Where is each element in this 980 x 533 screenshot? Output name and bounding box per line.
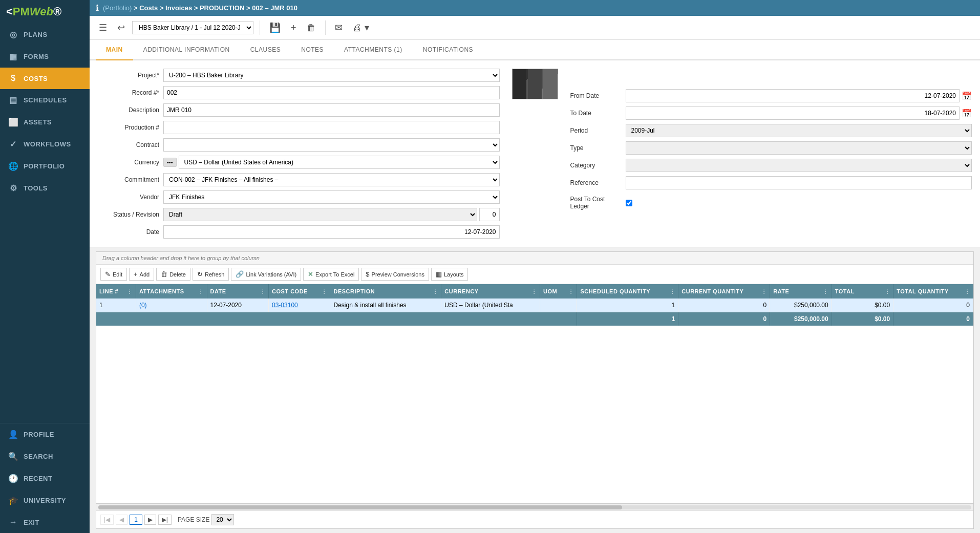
record-selector[interactable]: HBS Baker Library / 1 - Jul 12 2020-J — [132, 21, 253, 34]
cell-cost-code[interactable]: 03-03100 — [269, 299, 330, 312]
scroll-track[interactable] — [98, 505, 971, 509]
delete-row-button[interactable]: 🗑 Delete — [156, 268, 190, 281]
currency-dots-button[interactable]: ••• — [163, 158, 177, 167]
export-label: Export To Excel — [315, 271, 354, 278]
page-size-select[interactable]: 20 — [211, 514, 234, 525]
category-select[interactable] — [626, 159, 972, 172]
horizontal-scrollbar[interactable] — [96, 503, 973, 510]
to-date-input[interactable] — [626, 106, 960, 120]
tab-additional[interactable]: ADDITIONAL INFORMATION — [133, 40, 240, 60]
commitment-select[interactable]: CON-002 – JFK Finishes – All finishes – — [163, 173, 500, 186]
edit-button[interactable]: ✎ Edit — [100, 268, 127, 281]
tab-notes[interactable]: NOTES — [291, 40, 334, 60]
sort-line-icon[interactable]: ⋮ — [127, 289, 133, 294]
sidebar-item-profile[interactable]: 👤 PROFILE — [0, 423, 90, 445]
sidebar-item-assets[interactable]: ⬜ ASSETS — [0, 111, 90, 133]
currency-select[interactable]: USD – Dollar (United States of America) — [179, 156, 500, 169]
col-attachments[interactable]: ATTACHMENTS⋮ — [136, 284, 207, 299]
sidebar-item-search[interactable]: 🔍 SEARCH — [0, 445, 90, 467]
scroll-thumb[interactable] — [98, 505, 622, 509]
sort-currency-icon[interactable]: ⋮ — [531, 289, 537, 294]
sort-attach-icon[interactable]: ⋮ — [198, 289, 204, 294]
layouts-button[interactable]: ▦ Layouts — [431, 268, 468, 281]
sort-desc-icon[interactable]: ⋮ — [433, 289, 438, 294]
tab-attachments[interactable]: ATTACHMENTS (1) — [334, 40, 413, 60]
period-select[interactable]: 2009-Jul — [626, 124, 972, 137]
sort-date-icon[interactable]: ⋮ — [260, 289, 266, 294]
from-date-calendar-button[interactable]: 📅 — [962, 91, 972, 101]
save-button[interactable]: 💾 — [266, 20, 284, 35]
last-page-button[interactable]: ▶| — [158, 515, 172, 525]
refresh-button[interactable]: ↻ Refresh — [193, 268, 229, 281]
portfolio-link[interactable]: (Portfolio) — [103, 4, 132, 12]
add-row-button[interactable]: + Add — [129, 268, 154, 281]
add-button[interactable]: + — [288, 20, 300, 35]
record-thumbnail[interactable] — [512, 69, 558, 99]
sort-total-icon[interactable]: ⋮ — [885, 289, 890, 294]
prev-page-button[interactable]: ◀ — [116, 515, 127, 525]
status-select[interactable]: Draft — [163, 208, 477, 221]
tab-clauses[interactable]: CLAUSES — [240, 40, 291, 60]
col-scheduled-qty[interactable]: SCHEDULED QUANTITY⋮ — [577, 284, 678, 299]
sort-sched-icon[interactable]: ⋮ — [670, 289, 675, 294]
delete-button[interactable]: 🗑 — [304, 20, 319, 35]
col-rate[interactable]: RATE⋮ — [770, 284, 832, 299]
vendor-select[interactable]: JFK Finishes — [163, 190, 500, 204]
sort-rate-icon[interactable]: ⋮ — [823, 289, 828, 294]
col-currency[interactable]: CURRENCY⋮ — [441, 284, 540, 299]
sidebar-item-tools[interactable]: ⚙ TOOLS — [0, 177, 90, 199]
export-excel-button[interactable]: ✕ Export To Excel — [303, 268, 359, 281]
sidebar-item-exit[interactable]: → EXIT — [0, 511, 90, 533]
production-input[interactable] — [163, 121, 500, 134]
sidebar-item-plans[interactable]: ◎ PLANS — [0, 24, 90, 46]
sidebar-item-portfolio[interactable]: 🌐 PORTFOLIO — [0, 155, 90, 177]
main-content: ℹ (Portfolio) > Costs > Invoices > PRODU… — [90, 0, 980, 533]
from-date-input[interactable] — [626, 89, 960, 102]
preview-conversions-button[interactable]: $ Preview Conversions — [361, 268, 429, 281]
to-date-calendar-button[interactable]: 📅 — [962, 109, 972, 118]
sidebar-item-workflows[interactable]: ✓ WORKFLOWS — [0, 133, 90, 155]
info-icon[interactable]: ℹ — [96, 3, 99, 13]
first-page-button[interactable]: |◀ — [100, 515, 114, 525]
tab-notifications[interactable]: NOTIFICATIONS — [413, 40, 483, 60]
sidebar-item-recent[interactable]: 🕐 RECENT — [0, 467, 90, 489]
sort-uom-icon[interactable]: ⋮ — [568, 289, 574, 294]
description-input[interactable] — [163, 103, 500, 117]
undo-button[interactable]: ↩ — [114, 20, 128, 35]
to-date-label: To Date — [570, 110, 622, 117]
current-page[interactable]: 1 — [130, 515, 142, 525]
sidebar-item-university[interactable]: 🎓 UNIVERSITY — [0, 489, 90, 511]
reference-input[interactable] — [626, 176, 972, 189]
sort-cost-code-icon[interactable]: ⋮ — [322, 289, 327, 294]
type-select[interactable] — [626, 141, 972, 155]
sort-total-qty-icon[interactable]: ⋮ — [965, 289, 970, 294]
col-total[interactable]: TOTAL⋮ — [832, 284, 893, 299]
print-button[interactable]: 🖨 ▾ — [350, 20, 372, 35]
menu-button[interactable]: ☰ — [96, 20, 110, 35]
post-cost-checkbox[interactable] — [626, 200, 632, 206]
next-page-button[interactable]: ▶ — [144, 515, 156, 525]
status-num-input[interactable] — [479, 208, 500, 221]
record-input[interactable] — [163, 86, 500, 99]
col-date[interactable]: DATE⋮ — [207, 284, 268, 299]
table-row[interactable]: 1 (0) 12-07-2020 03-03100 Design & insta… — [96, 299, 973, 312]
sidebar-item-forms[interactable]: ▦ FORMS — [0, 46, 90, 68]
col-current-qty[interactable]: CURRENT QUANTITY⋮ — [678, 284, 770, 299]
col-uom[interactable]: UOM⋮ — [540, 284, 577, 299]
tab-main[interactable]: MAIN — [96, 40, 133, 60]
col-description[interactable]: DESCRIPTION⋮ — [330, 284, 441, 299]
sort-curr-qty-icon[interactable]: ⋮ — [761, 289, 767, 294]
link-variations-button[interactable]: 🔗 Link Variations (AVI) — [231, 268, 301, 281]
sidebar-item-schedules[interactable]: ▤ SCHEDULES — [0, 89, 90, 111]
col-line[interactable]: LINE #⋮ — [96, 284, 136, 299]
project-select[interactable]: U-200 – HBS Baker Library — [163, 69, 500, 82]
date-input[interactable] — [163, 225, 500, 239]
cell-attachments[interactable]: (0) — [136, 299, 207, 312]
thumb-bar-1 — [513, 69, 526, 99]
col-total-qty[interactable]: TOTAL QUANTITY⋮ — [893, 284, 973, 299]
contract-select[interactable] — [163, 138, 500, 152]
col-cost-code[interactable]: COST CODE⋮ — [269, 284, 330, 299]
to-date-row: To Date 📅 — [570, 106, 972, 120]
sidebar-item-costs[interactable]: $ COSTS — [0, 68, 90, 89]
email-button[interactable]: ✉ — [332, 20, 346, 35]
